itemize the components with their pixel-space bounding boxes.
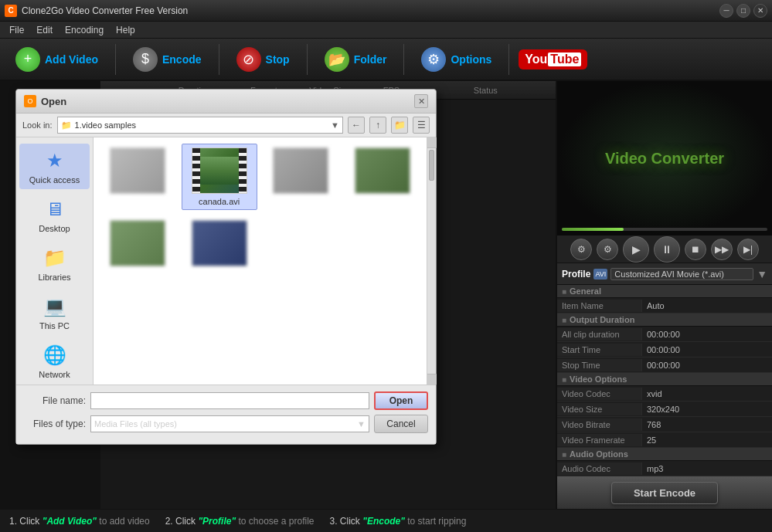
nav-newfolder-button[interactable]: 📁 (391, 117, 408, 134)
filename-input[interactable] (90, 392, 369, 409)
open-dialog: O Open ✕ Look in: 📁 1.video samples ▼ ← … (15, 89, 437, 445)
prop-stop-time: Stop Time 00:00:00 (557, 357, 772, 373)
main-area: Name Duration Format Video Size FPS Stat… (0, 81, 772, 509)
cancel-button[interactable]: Cancel (374, 415, 428, 433)
file-item-4[interactable] (345, 144, 420, 210)
app-title: Clone2Go Video Converter Free Version (22, 5, 719, 16)
nav-back-button[interactable]: ← (348, 117, 365, 134)
section-general: ■ General (557, 285, 772, 298)
prop-val-video-framerate: 25 (642, 434, 772, 446)
play-button[interactable]: ▶ (623, 236, 649, 263)
preview-progress-bar (562, 228, 767, 231)
sidebar-place-desktop[interactable]: 🖥 Desktop (19, 192, 90, 238)
film-strip-left (192, 148, 200, 193)
dialog-close-button[interactable]: ✕ (414, 94, 428, 108)
stop-button[interactable]: ⊘ Stop (229, 42, 298, 76)
lookin-dropdown-arrow: ▼ (331, 120, 339, 130)
folder-label: Folder (354, 53, 387, 66)
left-panel: Name Duration Format Video Size FPS Stat… (0, 81, 556, 509)
dialog-sidebar: ★ Quick access 🖥 Desktop 📁 Libraries (16, 137, 94, 385)
quickaccess-label: Quick access (29, 175, 80, 185)
profile-select[interactable]: Customized AVI Movie (*.avi) (610, 268, 753, 280)
youtube-button[interactable]: You Tube (519, 49, 587, 69)
add-video-icon: + (15, 47, 40, 72)
prev-frame-button[interactable]: ⚙ (570, 239, 592, 260)
prop-video-framerate: Video Framerate 25 (557, 432, 772, 448)
dialog-scrollbar[interactable]: ▲ ▼ (427, 137, 436, 385)
prop-val-video-codec: xvid (642, 388, 772, 400)
toolbar-separator-3 (307, 44, 308, 75)
file-name-canada: canada.avi (199, 197, 240, 206)
folder-button[interactable]: 📂 Folder (317, 42, 395, 76)
nav-up-button[interactable]: ↑ (369, 117, 386, 134)
lookin-select[interactable]: 📁 1.video samples ▼ (57, 117, 343, 134)
toolbar-separator-4 (403, 44, 404, 75)
scrollbar-up[interactable]: ▲ (427, 137, 437, 148)
menu-edit[interactable]: Edit (30, 23, 59, 37)
toolbar-separator-5 (508, 44, 509, 75)
filetype-dropdown[interactable]: Media Files (all types) ▼ (90, 415, 369, 432)
section-output-duration: ■ Output Duration (557, 313, 772, 327)
pause-button[interactable]: ⏸ (654, 236, 680, 263)
dialog-title-bar: O Open ✕ (16, 90, 436, 114)
next-frame-button[interactable]: ▶| (737, 239, 759, 260)
encode-toolbar-label: Encode (162, 53, 202, 66)
prop-key-audio-codec: Audio Codec (557, 463, 642, 475)
nav-view-button[interactable]: ☰ (413, 117, 430, 134)
prop-key-all-clip: All clip duration (557, 328, 642, 341)
stop-playback-button[interactable]: ⏹ (685, 239, 706, 260)
file-item-canada[interactable]: canada.avi (182, 144, 257, 210)
section-audio-label: Audio Options (570, 449, 628, 459)
playback-controls: ⚙ ⚙ ▶ ⏸ ⏹ ▶▶ ▶| (557, 236, 772, 263)
video-preview: Video Converter (557, 81, 772, 236)
lookin-folder-name: 1.video samples (75, 120, 137, 130)
window-controls: ─ □ ✕ (719, 4, 767, 18)
sidebar-place-thispc[interactable]: 💻 This PC (19, 290, 90, 335)
profile-bar: Profile AVI Customized AVI Movie (*.avi)… (557, 263, 772, 285)
scrollbar-down[interactable]: ▼ (427, 374, 437, 385)
prop-key-start-time: Start Time (557, 344, 642, 356)
encode-toolbar-button[interactable]: $ Encode (125, 42, 209, 76)
menu-encoding[interactable]: Encoding (59, 23, 110, 37)
status-bar: 1. Click "Add Video" to add video 2. Cli… (0, 509, 772, 532)
libraries-icon: 📁 (41, 246, 69, 270)
prev-button[interactable]: ⚙ (597, 239, 618, 260)
profile-label: Profile (562, 269, 590, 280)
lookin-label: Look in: (22, 120, 53, 130)
step3-desc: to start ripping (407, 516, 466, 527)
filename-row: File name: Open (24, 391, 428, 410)
open-button-label: Open (389, 395, 413, 406)
sidebar-place-quickaccess[interactable]: ★ Quick access (19, 144, 90, 189)
options-button[interactable]: ⚙ Options (413, 42, 499, 76)
step2-kw: "Profile" (198, 516, 236, 527)
profile-dropdown-arrow[interactable]: ▼ (757, 268, 767, 280)
open-button[interactable]: Open (374, 391, 428, 410)
file-item-5[interactable] (100, 216, 175, 273)
file-item-6[interactable] (182, 216, 257, 273)
desktop-label: Desktop (39, 224, 70, 233)
sidebar-place-network[interactable]: 🌐 Network (19, 338, 90, 384)
title-bar: C Clone2Go Video Converter Free Version … (0, 0, 772, 22)
next-button[interactable]: ▶▶ (711, 239, 733, 260)
add-video-button[interactable]: + Add Video (8, 42, 106, 76)
sidebar-place-libraries[interactable]: 📁 Libraries (19, 241, 90, 286)
gear-icon: ⚙ (421, 47, 446, 72)
toolbar-separator-2 (219, 44, 219, 75)
prop-val-video-size: 320x240 (642, 403, 772, 415)
preview-progress-fill (562, 228, 624, 231)
minimize-button[interactable]: ─ (719, 4, 733, 18)
section-video-label: Video Options (570, 374, 627, 384)
dialog-icon: O (24, 95, 36, 107)
step2-num: 2. Click (165, 516, 199, 527)
prop-val-audio-codec: mp3 (642, 463, 772, 475)
start-encode-button[interactable]: Start Encode (557, 476, 772, 509)
dialog-title: Open (41, 96, 414, 107)
maximize-button[interactable]: □ (736, 4, 750, 18)
menu-file[interactable]: File (3, 23, 30, 37)
expand-general-icon: ■ (562, 287, 566, 296)
scrollbar-thumb[interactable] (429, 150, 434, 181)
close-button[interactable]: ✕ (753, 4, 767, 18)
file-item-1[interactable] (100, 144, 175, 210)
menu-help[interactable]: Help (110, 23, 141, 37)
file-item-3[interactable] (264, 144, 339, 210)
